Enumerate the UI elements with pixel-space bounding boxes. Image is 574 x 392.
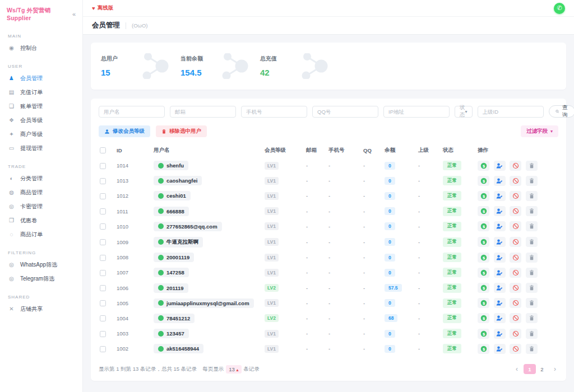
ban-user-button[interactable] xyxy=(510,237,521,247)
ban-user-button[interactable] xyxy=(510,298,521,308)
row-checkbox[interactable] xyxy=(100,163,106,169)
recharge-button[interactable]: $ xyxy=(478,268,489,278)
row-checkbox[interactable] xyxy=(100,331,106,337)
ban-user-button[interactable] xyxy=(510,344,521,354)
row-checkbox[interactable] xyxy=(100,255,106,261)
sidebar-item-merchant-level[interactable]: ✦ 商户等级 xyxy=(7,127,76,141)
recharge-button[interactable]: $ xyxy=(478,237,489,247)
delete-user-button[interactable] xyxy=(526,283,538,293)
recharge-button[interactable]: $ xyxy=(478,298,489,308)
row-checkbox[interactable] xyxy=(100,208,106,214)
ban-user-button[interactable] xyxy=(510,313,521,323)
whatsapp-icon[interactable]: ✆ xyxy=(554,3,565,14)
sidebar-item-member-manage[interactable]: ♟ 会员管理 xyxy=(7,71,76,85)
recharge-button[interactable]: $ xyxy=(478,283,489,293)
ban-user-button[interactable] xyxy=(510,206,521,216)
recharge-button[interactable]: $ xyxy=(478,206,489,216)
edit-user-button[interactable] xyxy=(494,237,506,247)
ban-user-button[interactable] xyxy=(510,253,521,263)
delete-user-button[interactable] xyxy=(526,206,538,216)
row-checkbox[interactable] xyxy=(100,178,106,184)
edit-user-button[interactable] xyxy=(494,253,506,263)
delete-user-button[interactable] xyxy=(526,176,538,186)
edit-user-button[interactable] xyxy=(494,283,506,293)
next-page-button[interactable]: › xyxy=(552,365,558,373)
sidebar-item-dashboard[interactable]: ◉ 控制台 xyxy=(7,41,76,55)
filter-fields-button[interactable]: 过滤字段 ▾ xyxy=(521,125,558,137)
username-filter-input[interactable] xyxy=(99,106,165,118)
qq-filter-input[interactable] xyxy=(312,106,378,118)
edit-user-button[interactable] xyxy=(494,221,506,231)
sidebar-item-category-manage[interactable]: ◐ 分类管理 xyxy=(7,171,76,185)
page-button[interactable]: 2 xyxy=(536,364,548,374)
delete-user-button[interactable] xyxy=(526,221,538,231)
delete-user-button[interactable] xyxy=(526,191,538,201)
recharge-button[interactable]: $ xyxy=(478,176,489,186)
edit-user-button[interactable] xyxy=(494,268,506,278)
sidebar-item-telegram-filter[interactable]: ◎ Telegram筛选 xyxy=(7,272,76,286)
superior-id-input[interactable] xyxy=(478,106,544,118)
row-checkbox[interactable] xyxy=(100,285,106,291)
ban-user-button[interactable] xyxy=(510,221,521,231)
sidebar-item-bill-manage[interactable]: ❏ 账单管理 xyxy=(7,99,76,113)
ban-user-button[interactable] xyxy=(510,283,521,293)
row-checkbox[interactable] xyxy=(100,223,106,230)
ban-user-button[interactable] xyxy=(510,329,521,339)
ban-user-button[interactable] xyxy=(510,191,521,201)
sidebar-item-coupon[interactable]: ❐ 优惠卷 xyxy=(7,213,76,227)
delete-user-button[interactable] xyxy=(526,313,538,323)
sidebar-item-product-manage[interactable]: ◍ 商品管理 xyxy=(7,185,76,199)
prev-page-button[interactable]: ‹ xyxy=(513,365,520,373)
edit-user-button[interactable] xyxy=(494,206,506,216)
recharge-button[interactable]: $ xyxy=(478,161,489,171)
sidebar-item-card-secret-manage[interactable]: ◎ 卡密管理 xyxy=(7,199,76,213)
sidebar-item-member-level[interactable]: ❖ 会员等级 xyxy=(7,113,76,127)
sidebar-item-shop-share[interactable]: ✕ 店铺共享 xyxy=(7,302,76,316)
row-checkbox[interactable] xyxy=(100,239,106,245)
delete-user-button[interactable] xyxy=(526,253,538,263)
recharge-button[interactable]: $ xyxy=(478,221,489,231)
sidebar-item-withdraw-manage[interactable]: ▭ 提现管理 xyxy=(7,141,76,155)
edit-user-button[interactable] xyxy=(494,298,506,308)
edit-user-button[interactable] xyxy=(494,161,506,171)
row-checkbox[interactable] xyxy=(100,315,106,321)
page-button[interactable]: 1 xyxy=(524,364,536,374)
delete-user-button[interactable] xyxy=(526,298,538,308)
recharge-button[interactable]: $ xyxy=(478,253,489,263)
sidebar-collapse-icon[interactable]: « xyxy=(72,11,76,17)
perpage-selector[interactable]: 13 ▴ xyxy=(226,365,241,374)
recharge-button[interactable]: $ xyxy=(478,191,489,201)
edit-user-button[interactable] xyxy=(494,176,506,186)
delete-user-button[interactable] xyxy=(526,344,538,354)
recharge-button[interactable]: $ xyxy=(478,313,489,323)
row-checkbox[interactable] xyxy=(100,193,106,199)
edit-user-button[interactable] xyxy=(494,344,506,354)
sidebar-item-product-orders[interactable]: ◌ 商品订单 xyxy=(7,227,76,241)
delete-user-button[interactable] xyxy=(526,237,538,247)
delete-user-button[interactable] xyxy=(526,268,538,278)
ban-user-button[interactable] xyxy=(510,161,521,171)
row-checkbox[interactable] xyxy=(100,300,106,306)
status-select[interactable]: 状态 ▾ xyxy=(455,106,473,118)
row-checkbox[interactable] xyxy=(100,346,106,352)
ip-filter-input[interactable] xyxy=(383,106,450,118)
edit-user-button[interactable] xyxy=(494,191,506,201)
row-checkbox[interactable] xyxy=(100,270,106,276)
offline-badge[interactable]: ♥ 离线版 xyxy=(92,4,113,12)
edit-user-button[interactable] xyxy=(494,329,506,339)
edit-user-button[interactable] xyxy=(494,313,506,323)
email-filter-input[interactable] xyxy=(170,106,236,118)
phone-filter-input[interactable] xyxy=(241,106,307,118)
search-button[interactable]: 查询 xyxy=(549,105,574,118)
ban-user-button[interactable] xyxy=(510,176,521,186)
recharge-button[interactable]: $ xyxy=(478,344,489,354)
modify-member-level-button[interactable]: 修改会员等级 xyxy=(99,125,150,137)
sidebar-item-recharge-orders[interactable]: ▤ 充值订单 xyxy=(7,85,76,99)
delete-user-button[interactable] xyxy=(526,329,538,339)
ban-user-button[interactable] xyxy=(510,268,521,278)
recharge-button[interactable]: $ xyxy=(478,329,489,339)
delete-user-button[interactable] xyxy=(526,161,538,171)
sidebar-item-whatsapp-filter[interactable]: ◎ WhatsApp筛选 xyxy=(7,258,76,272)
remove-selected-users-button[interactable]: 移除选中用户 xyxy=(156,125,207,137)
select-all-checkbox[interactable] xyxy=(100,147,106,153)
